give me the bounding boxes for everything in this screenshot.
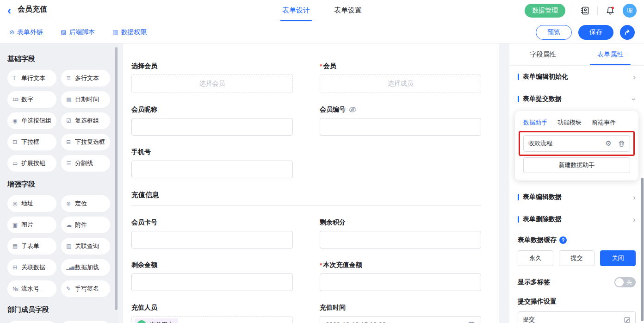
sidebar-item-linked-query[interactable]: ▥关联查询 [61, 238, 110, 255]
sidebar-item-attachment[interactable]: ☁附件 [61, 217, 110, 233]
sidebar-item-select[interactable]: ⊡下拉框 [7, 134, 56, 150]
sidebar-item-address[interactable]: ◎地址 [7, 195, 56, 212]
tab-form-properties[interactable]: 表单属性 [577, 43, 644, 65]
cache-option-close[interactable]: 关闭 [600, 250, 636, 266]
sidebar-item-member-multi[interactable]: ☻成员多选 [61, 321, 110, 323]
current-user-tag[interactable]: 户 当前用户 [135, 318, 178, 323]
section-form-submit-data[interactable]: 表单提交数据 › [509, 88, 644, 110]
form-data-cache-block: 表单数据缓存 ? 永久 提交 关闭 [509, 230, 644, 268]
multi-tab-toggle[interactable]: 关 [614, 277, 636, 287]
sidebar-item-member-single[interactable]: ☺成员单选 [7, 321, 56, 323]
sidebar-item-multi-line-text[interactable]: ≣多行文本 [61, 70, 110, 87]
remaining-points-input[interactable] [320, 231, 481, 248]
recharge-operator-input[interactable]: 户 当前用户 [131, 316, 293, 323]
sidebar-item-serial-number[interactable]: №流水号 [7, 280, 56, 297]
sidebar-item-multi-select[interactable]: ⊟下拉复选框 [61, 134, 110, 150]
field-member-no[interactable]: 会员编号 [320, 106, 481, 136]
gear-icon[interactable]: ⚙ [606, 139, 612, 148]
section-form-edit-data[interactable]: 表单编辑数据 › [509, 186, 644, 208]
trash-icon[interactable] [618, 140, 625, 147]
help-icon[interactable]: ? [559, 236, 567, 244]
user-avatar[interactable]: 理 [623, 4, 637, 18]
field-member-nickname[interactable]: 会员昵称 [131, 106, 293, 136]
number-icon: 123 [12, 97, 21, 102]
sidebar-scrollbar[interactable] [115, 47, 118, 310]
member-no-input[interactable] [320, 118, 481, 136]
submit-label-input[interactable]: 提交 [518, 311, 636, 323]
save-button[interactable]: 保存 [578, 25, 613, 40]
chevron-down-icon: › [631, 98, 638, 100]
field-member[interactable]: *会员 选择成员 [320, 62, 481, 93]
panel-scrollbar[interactable] [641, 178, 644, 321]
backend-script-link[interactable]: ▨ 后端脚本 [61, 28, 95, 37]
sidebar-item-divider-line[interactable]: ☰分割线 [61, 155, 110, 172]
checkbox-icon: ☑ [66, 118, 75, 124]
app-header: ‹ 会员充值 表单设计 表单设置 数据管理 理 [0, 0, 644, 21]
form-title[interactable]: 会员充值 [16, 5, 49, 16]
field-recharge-operator[interactable]: 充值人员 户 当前用户 [131, 304, 293, 323]
sidebar-item-extend-button[interactable]: ▭扩展按钮 [7, 155, 56, 172]
single-line-text-icon: T [12, 75, 21, 81]
notification-bell-icon[interactable] [604, 5, 616, 17]
tab-field-properties[interactable]: 字段属性 [509, 43, 577, 65]
remaining-amount-input[interactable] [131, 273, 293, 291]
field-select-member[interactable]: 选择会员 选择会员 [131, 62, 293, 93]
recharge-amount-input[interactable] [320, 273, 481, 291]
field-remaining-points[interactable]: 剩余积分 [320, 218, 481, 248]
toggle-knob [615, 278, 624, 286]
section-form-delete-data[interactable]: 表单删除数据 › [509, 208, 644, 230]
tab-data-assistant[interactable]: 数据助手 [523, 118, 547, 127]
sidebar-item-signature[interactable]: ✎手写签名 [61, 280, 110, 297]
sidebar-item-image[interactable]: ▣图片 [7, 217, 56, 233]
share-button[interactable] [620, 25, 635, 40]
member-nickname-input[interactable] [131, 118, 293, 136]
multi-line-text-icon: ≣ [66, 75, 75, 81]
field-phone[interactable]: 手机号 [131, 148, 293, 178]
sidebar-item-linked-data[interactable]: ⊞关联数据 [7, 259, 56, 276]
extend-button-icon: ▭ [12, 160, 21, 167]
sidebar-item-checkbox-group[interactable]: ☑复选框组 [61, 112, 110, 129]
edit-icon[interactable] [624, 317, 631, 323]
tab-frontend-event[interactable]: 前端事件 [592, 118, 616, 127]
data-permission-link[interactable]: ▥ 数据权限 [112, 28, 147, 37]
multi-select-icon: ⊟ [66, 139, 75, 145]
tab-form-design[interactable]: 表单设计 [280, 0, 312, 21]
calendar-icon: ▦ [66, 96, 75, 103]
select-member-input[interactable]: 选择会员 [131, 75, 293, 93]
recharge-info-divider[interactable]: 充值信息 [131, 191, 481, 206]
divider [572, 6, 572, 15]
data-assistant-row[interactable]: 收款流程 ⚙ [523, 135, 630, 152]
contacts-icon[interactable] [579, 5, 591, 17]
field-card-no[interactable]: 会员卡号 [131, 218, 293, 248]
sidebar-item-radio-group[interactable]: ◉单选按钮组 [7, 112, 56, 129]
field-recharge-amount[interactable]: *本次充值金额 [320, 261, 481, 291]
divider [597, 6, 598, 15]
new-data-assistant-button[interactable]: 新建数据助手 [523, 157, 630, 173]
user-tag-avatar: 户 [137, 320, 146, 323]
field-recharge-time[interactable]: 充值时间 2022-12-12 15:10:36 [320, 304, 481, 323]
sidebar-item-single-line-text[interactable]: T单行文本 [7, 70, 56, 87]
back-icon[interactable]: ‹ [7, 5, 11, 16]
field-remaining-amount[interactable]: 剩余金额 [131, 261, 293, 291]
phone-input[interactable] [131, 161, 293, 178]
cache-option-permanent[interactable]: 永久 [518, 250, 553, 266]
preview-button[interactable]: 预览 [536, 25, 572, 40]
subform-icon: ▤ [12, 243, 21, 249]
sidebar-item-datetime[interactable]: ▦日期时间 [61, 91, 110, 108]
card-no-input[interactable] [131, 231, 293, 248]
sidebar-item-number[interactable]: 123数字 [7, 91, 56, 108]
tab-form-settings[interactable]: 表单设置 [332, 0, 364, 21]
data-manage-button[interactable]: 数据管理 [525, 4, 565, 18]
image-icon: ▣ [12, 222, 21, 228]
cache-option-submit[interactable]: 提交 [559, 250, 594, 266]
permission-icon: ▥ [112, 29, 118, 36]
form-external-link[interactable]: ⊘ 表单外链 [9, 28, 43, 37]
sidebar-item-data-load[interactable]: ▁▄▆数据加载 [61, 259, 110, 276]
recharge-time-input[interactable]: 2022-12-12 15:10:36 [320, 316, 481, 323]
member-input[interactable]: 选择成员 [320, 75, 481, 93]
sidebar-item-subform[interactable]: ▤子表单 [7, 238, 56, 255]
sidebar-item-location[interactable]: ⊕定位 [61, 195, 110, 212]
section-form-edit-init[interactable]: 表单编辑初始化 › [509, 66, 644, 88]
multi-tab-setting: 显示多标签 关 [509, 268, 644, 290]
tab-function-module[interactable]: 功能模块 [557, 118, 582, 127]
